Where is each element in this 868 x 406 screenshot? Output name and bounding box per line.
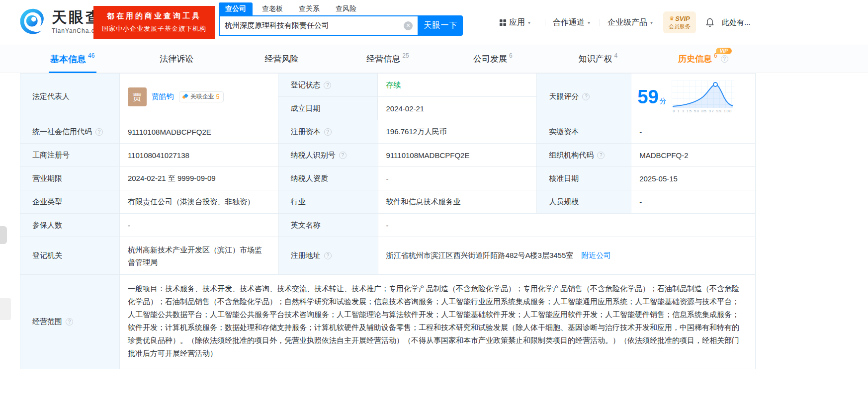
cell-business-term-value: 2024-02-21 至 9999-09-09 [120, 167, 279, 190]
cell-address-value: 浙江省杭州市滨江区西兴街道阡陌路482号A楼3层3455室 附近公司 [378, 237, 756, 275]
svip-label: SVIP [675, 15, 690, 22]
table-row: 企业类型 有限责任公司（港澳台投资、非独资） 行业 软件和信息技术服务业 人员规… [20, 190, 756, 214]
tab-operating-risk[interactable]: 经营风险 [230, 45, 335, 73]
tab-intellectual-property[interactable]: 知识产权 4 [545, 45, 650, 73]
tab-label: 知识产权 [578, 53, 612, 65]
cell-reg-capital-label: 注册资本 ? [279, 120, 378, 144]
nav-enterprise-products-label: 企业级产品 [608, 17, 647, 28]
help-icon[interactable]: ? [66, 318, 73, 325]
cell-paid-capital-label: 实缴资本 [537, 120, 631, 144]
help-icon[interactable]: ? [324, 252, 332, 259]
tab-label: 经营信息 [366, 53, 400, 65]
cell-legal-rep-label: 法定代表人 [20, 74, 120, 120]
english-name-value: - [386, 221, 389, 230]
cell-reg-capital-value: 196.7612万人民币 [378, 120, 537, 144]
help-icon[interactable]: ? [597, 152, 605, 159]
search-tab-boss[interactable]: 查老板 [256, 2, 289, 15]
promo-line2: 国家中小企业发展子基金旗下机构 [102, 24, 206, 33]
tab-label: 基本信息 [50, 53, 86, 65]
staff-size-label: 人员规模 [549, 197, 579, 207]
score-curve-chart [672, 81, 734, 108]
tab-legal-proceedings[interactable]: 法律诉讼 [125, 45, 230, 73]
promo-banner: 都在用的商业查询工具 国家中小企业发展子基金旗下机构 [93, 6, 215, 39]
search-tab-risk[interactable]: 查风险 [329, 2, 363, 15]
legal-rep-name-link[interactable]: 贾皓钧 [152, 92, 174, 101]
score-chart: 0 1 3 15 50 85 97 99 100 [672, 81, 734, 113]
sub-row: 登记状态 ? 存续 [278, 74, 537, 97]
table-row: 营业期限 2024-02-21 至 9999-09-09 纳税人资质 - 核准日… [20, 167, 756, 190]
nav-apps[interactable]: 应用 ▾ [499, 0, 530, 45]
business-scope-label: 经营范围 [32, 317, 62, 326]
legal-rep-avatar[interactable]: 贾 [128, 87, 147, 106]
help-icon[interactable]: ? [324, 128, 332, 136]
industry-value: 软件和信息技术服务业 [386, 197, 461, 207]
tab-count: 46 [88, 52, 94, 59]
nav-apps-label: 应用 [509, 17, 525, 28]
svip-sub-label: 会员服务 [669, 23, 691, 30]
cell-industry-label: 行业 [279, 190, 378, 214]
cell-approval-date-value: 2025-05-15 [631, 167, 756, 190]
help-icon[interactable]: ? [95, 128, 103, 136]
svip-membership-badge[interactable]: ♛ SVIP 会员服务 [663, 11, 696, 33]
industry-label: 行业 [291, 197, 306, 207]
tab-company-development[interactable]: 公司发展 6 [440, 45, 545, 73]
establish-date-value: 2024-02-21 [386, 104, 424, 113]
reg-authority-value: 杭州高新技术产业开发区（滨江）市场监督管理局 [128, 244, 266, 268]
tab-label: 法律诉讼 [160, 53, 193, 65]
help-icon[interactable]: ? [721, 55, 728, 63]
related-companies-label: 关联企业 [190, 92, 214, 101]
taxpayer-quality-label: 纳税人资质 [291, 174, 328, 183]
search-tab-company[interactable]: 查公司 [219, 2, 253, 15]
side-feedback-widget[interactable] [0, 298, 11, 320]
nav-enterprise-products[interactable]: 企业级产品 ▾ [608, 0, 653, 45]
cell-score-value: 59 分 0 1 3 15 5 [631, 74, 756, 120]
cell-insured-label: 参保人数 [20, 214, 120, 237]
user-menu[interactable]: 此处有... [722, 0, 751, 45]
search-type-tabs: 查公司 查老板 查关系 查风险 [219, 2, 366, 15]
cell-address-label: 注册地址 ? [279, 237, 378, 275]
tab-history-info[interactable]: VIP 历史信息 6 ? [651, 45, 756, 73]
score-value: 59 [637, 87, 658, 107]
business-term-value: 2024-02-21 至 9999-09-09 [128, 174, 216, 183]
score-unit: 分 [660, 97, 667, 106]
section-tabs-bar: 基本信息 46 法律诉讼 经营风险 经营信息 25 公司发展 6 知识产权 4 [0, 45, 868, 73]
tab-label: 经营风险 [265, 53, 299, 65]
nearby-companies-link[interactable]: 附近公司 [581, 251, 611, 260]
tab-label: 历史信息 [678, 53, 712, 65]
nav-divider [545, 19, 545, 26]
related-companies-count: 5 [216, 93, 220, 100]
cell-reg-authority-label: 登记机关 [20, 237, 120, 275]
search-button[interactable]: 天眼一下 [419, 15, 463, 36]
company-search-input[interactable] [220, 16, 404, 35]
business-scope-value: 一般项目：技术服务、技术开发、技术咨询、技术交流、技术转让、技术推广；专用化学产… [128, 284, 739, 357]
cell-credit-code-value: 91110108MADBCPFQ2E [120, 120, 279, 144]
company-type-label: 企业类型 [32, 197, 62, 207]
tab-count: 6 [509, 52, 513, 59]
cell-establish-date-label: 成立日期 [278, 97, 378, 120]
score-number: 59 分 [637, 87, 666, 107]
nav-cooperation-label: 合作通道 [553, 17, 585, 28]
side-panel-handle[interactable] [0, 226, 7, 244]
section-tabs: 基本信息 46 法律诉讼 经营风险 经营信息 25 公司发展 6 知识产权 4 [20, 45, 756, 73]
tab-business-info[interactable]: 经营信息 25 [335, 45, 440, 73]
help-icon[interactable]: ? [582, 93, 590, 100]
org-code-value: MADBCPFQ-2 [639, 151, 688, 160]
nav-cooperation[interactable]: 合作通道 ▾ [553, 0, 590, 45]
search-tab-relation[interactable]: 查关系 [292, 2, 326, 15]
address-label: 注册地址 [291, 251, 321, 260]
chevron-down-icon: ▾ [528, 20, 530, 25]
cell-english-name-label: 英文名称 [279, 214, 378, 237]
cell-reg-status-value: 存续 [378, 74, 537, 97]
tianyancha-logo[interactable]: 天眼查 TianYanCha.com [19, 7, 104, 35]
table-row: 参保人数 - 英文名称 - [20, 214, 756, 237]
clear-search-icon[interactable]: ✕ [404, 21, 413, 30]
apps-grid-icon [499, 19, 507, 26]
tab-basic-info[interactable]: 基本信息 46 [20, 45, 125, 73]
taxpayer-id-label: 纳税人识别号 [291, 151, 336, 160]
notification-bell[interactable] [705, 0, 715, 45]
related-companies-badge[interactable]: 关联企业 5 [179, 91, 224, 102]
tab-count: 4 [614, 52, 617, 59]
help-icon[interactable]: ? [324, 81, 331, 89]
help-icon[interactable]: ? [339, 152, 347, 159]
cell-business-term-label: 营业期限 [20, 167, 120, 190]
